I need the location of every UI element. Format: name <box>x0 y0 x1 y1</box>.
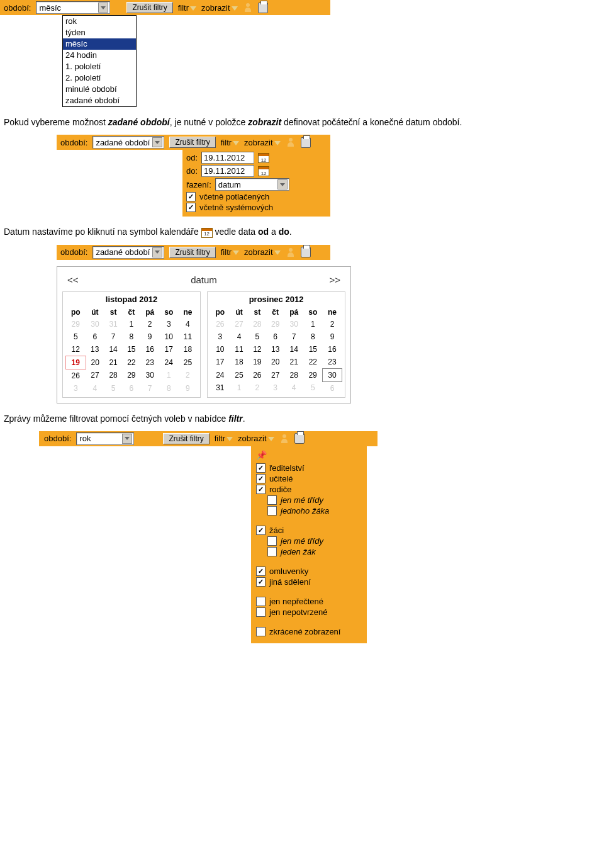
filter-link[interactable]: filtr <box>221 247 239 257</box>
period-option[interactable]: 24 hodin <box>63 50 136 61</box>
calendar-day[interactable]: 6 <box>86 330 104 343</box>
calendar-day[interactable]: 9 <box>322 330 342 343</box>
calendar-day[interactable]: 17 <box>210 356 230 369</box>
calendar-day[interactable]: 31 <box>210 381 230 395</box>
period-select[interactable]: zadané období <box>92 136 164 149</box>
checkbox[interactable] <box>256 627 266 636</box>
user-icon[interactable] <box>286 247 296 257</box>
calendar-day[interactable]: 19 <box>66 356 86 369</box>
calendar-day[interactable]: 21 <box>284 356 303 369</box>
calendar-day[interactable]: 28 <box>248 318 266 330</box>
checkbox[interactable]: ✓ <box>256 463 266 473</box>
calendar-day[interactable]: 4 <box>230 330 249 343</box>
calendar-day[interactable]: 3 <box>66 382 86 395</box>
calendar-day[interactable]: 27 <box>266 368 284 381</box>
cancel-filters-button[interactable]: Zrušit filtry <box>169 137 215 148</box>
calendar-day[interactable]: 3 <box>159 318 178 330</box>
calendar-day[interactable]: 2 <box>322 318 342 330</box>
calendar-day[interactable]: 18 <box>178 343 197 356</box>
calendar-day[interactable]: 30 <box>86 318 104 330</box>
checkbox[interactable]: ✓ <box>256 566 266 576</box>
calendar-day[interactable]: 2 <box>248 381 266 395</box>
calendar-day[interactable]: 1 <box>230 381 249 395</box>
calendar-day[interactable]: 5 <box>303 381 322 395</box>
calendar-icon[interactable] <box>258 153 269 163</box>
calendar-day[interactable]: 22 <box>122 356 140 369</box>
calendar-day[interactable]: 7 <box>284 330 303 343</box>
period-option[interactable]: rok <box>63 16 136 27</box>
calendar-day[interactable]: 23 <box>140 356 159 369</box>
cancel-filters-button[interactable]: Zrušit filtry <box>169 247 215 258</box>
show-link[interactable]: zobrazit <box>244 247 281 257</box>
show-link[interactable]: zobrazit <box>244 138 281 147</box>
checkbox[interactable] <box>267 506 277 516</box>
print-icon[interactable] <box>301 137 311 147</box>
calendar-day[interactable]: 27 <box>230 318 249 330</box>
calendar-day[interactable]: 12 <box>66 343 86 356</box>
checkbox[interactable] <box>267 536 277 546</box>
calendar-day[interactable]: 24 <box>159 356 178 369</box>
calendar-day[interactable]: 26 <box>210 318 230 330</box>
checkbox[interactable]: ✓ <box>256 526 266 535</box>
calendar-day[interactable]: 22 <box>303 356 322 369</box>
calendar-day[interactable]: 26 <box>248 368 266 381</box>
calendar-day[interactable]: 8 <box>159 382 178 395</box>
calendar-day[interactable]: 20 <box>266 356 284 369</box>
calendar-day[interactable]: 11 <box>178 330 197 343</box>
calendar-day[interactable]: 6 <box>322 381 342 395</box>
checkbox-system[interactable]: ✓ <box>186 203 196 212</box>
calendar-day[interactable]: 30 <box>284 318 303 330</box>
period-select[interactable]: rok <box>76 432 134 445</box>
cancel-filters-button[interactable]: Zrušit filtry <box>126 2 172 13</box>
calendar-day[interactable]: 7 <box>104 330 123 343</box>
checkbox[interactable]: ✓ <box>256 577 266 587</box>
from-date-input[interactable]: 19.11.2012 <box>201 152 254 164</box>
period-option[interactable]: zadané období <box>63 95 136 106</box>
calendar-day[interactable]: 16 <box>140 343 159 356</box>
show-link[interactable]: zobrazit <box>201 3 238 13</box>
cancel-filters-button[interactable]: Zrušit filtry <box>163 433 209 444</box>
calendar-day[interactable]: 9 <box>178 382 197 395</box>
calendar-day[interactable]: 13 <box>86 343 104 356</box>
calendar-day[interactable]: 5 <box>104 382 123 395</box>
user-icon[interactable] <box>243 3 253 13</box>
calendar-day[interactable]: 29 <box>122 369 140 382</box>
calendar-day[interactable]: 6 <box>122 382 140 395</box>
calendar-day[interactable]: 15 <box>303 343 322 356</box>
calendar-day[interactable]: 12 <box>248 343 266 356</box>
calendar-day[interactable]: 1 <box>303 318 322 330</box>
calendar-day[interactable]: 6 <box>266 330 284 343</box>
calendar-day[interactable]: 29 <box>303 368 322 381</box>
calendar-day[interactable]: 25 <box>230 368 249 381</box>
calendar-day[interactable]: 16 <box>322 343 342 356</box>
calendar-day[interactable]: 28 <box>284 368 303 381</box>
calendar-day[interactable]: 21 <box>104 356 123 369</box>
pin-icon[interactable]: 📌 <box>256 450 362 460</box>
calendar-day[interactable]: 10 <box>159 330 178 343</box>
calendar-day[interactable]: 28 <box>104 369 123 382</box>
calendar-day[interactable]: 5 <box>248 330 266 343</box>
to-date-input[interactable]: 19.11.2012 <box>201 165 254 177</box>
calendar-day[interactable]: 9 <box>140 330 159 343</box>
calendar-day[interactable]: 31 <box>104 318 123 330</box>
calendar-day[interactable]: 25 <box>178 356 197 369</box>
period-select[interactable]: zadané období <box>92 246 164 259</box>
calendar-day[interactable]: 2 <box>178 369 197 382</box>
user-icon[interactable] <box>286 137 296 147</box>
period-option[interactable]: 1. pololetí <box>63 61 136 72</box>
calendar-day[interactable]: 30 <box>140 369 159 382</box>
filter-link[interactable]: filtr <box>215 434 233 443</box>
calendar-day[interactable]: 23 <box>322 356 342 369</box>
calendar-day[interactable]: 3 <box>210 330 230 343</box>
calendar-day[interactable]: 18 <box>230 356 249 369</box>
period-option[interactable]: 2. pololetí <box>63 72 136 84</box>
calendar-day[interactable]: 2 <box>140 318 159 330</box>
calendar-day[interactable]: 7 <box>140 382 159 395</box>
checkbox[interactable]: ✓ <box>256 485 266 494</box>
calendar-day[interactable]: 3 <box>266 381 284 395</box>
period-option[interactable]: minulé období <box>63 84 136 95</box>
print-icon[interactable] <box>294 434 305 444</box>
calendar-icon[interactable] <box>258 166 269 176</box>
calendar-day[interactable]: 4 <box>86 382 104 395</box>
checkbox[interactable] <box>256 607 266 617</box>
